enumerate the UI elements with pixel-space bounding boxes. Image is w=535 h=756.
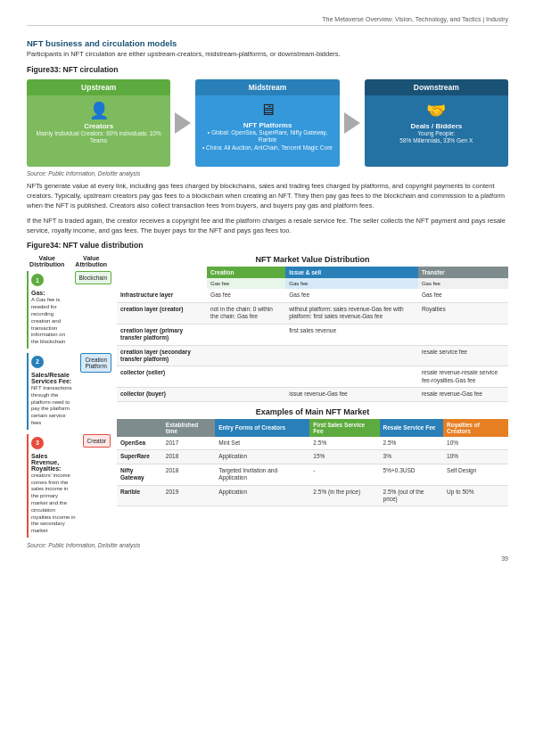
midstream-box: Midstream 🖥 NFT Platforms • Global: Open… bbox=[195, 79, 339, 167]
list-item: SuperRare 2018 Application 15% 3% 10% bbox=[117, 450, 508, 464]
subheader-issue-gas: Gas fee bbox=[285, 278, 418, 289]
row-buyer-transfer: resale revenue-Gas fee bbox=[418, 388, 508, 401]
ex-royalties-opensea: 10% bbox=[443, 437, 508, 450]
downstream-body: 🤝 Deals / Bidders Young People:58% Mille… bbox=[365, 95, 508, 167]
ex-col-first-sales: First Sales Service Fee bbox=[309, 419, 379, 437]
subheader-empty bbox=[117, 278, 207, 289]
ex-first-nifty: - bbox=[309, 464, 379, 485]
table-row: Infrastructure layer Gas fee Gas fee Gas… bbox=[117, 289, 508, 302]
page-header-text: The Metaverse Overview: Vision, Technolo… bbox=[322, 16, 508, 22]
row-infra-issue: Gas fee bbox=[285, 289, 418, 302]
subheader-transfer-gas: Gas fee bbox=[418, 278, 508, 289]
row-primary-issue: first sales revenue bbox=[285, 324, 418, 345]
va-item-1: Blockchain bbox=[75, 271, 111, 284]
body-text-1: NFTs generate value at every link, inclu… bbox=[27, 182, 508, 211]
ex-royalties-superrare: 10% bbox=[443, 450, 508, 464]
midstream-header: Midstream bbox=[195, 79, 339, 95]
nft-market-table: Creation Issue & sell Transfer Gas fee G… bbox=[117, 267, 508, 401]
list-item: OpenSea 2017 Mint Set 2.5% 2.5% 10% bbox=[117, 437, 508, 450]
ex-established-nifty: 2018 bbox=[162, 464, 215, 485]
col-header-empty bbox=[117, 267, 207, 278]
midstream-desc: • Global: OpenSea, SuperRare, Nifty Gate… bbox=[199, 129, 335, 152]
list-item: Rarible 2019 Application 2.5% (in the pr… bbox=[117, 485, 508, 506]
figure34-source: Source: Public Information, Deloitte ana… bbox=[27, 542, 508, 548]
ex-royalties-nifty: Self Design bbox=[443, 464, 508, 485]
vd-num-2: 2 bbox=[31, 356, 44, 368]
va-item-2: Creation Platform bbox=[80, 353, 111, 373]
ex-entry-superrare: Application bbox=[215, 450, 309, 464]
figure33-label: Figure33: NFT circulation bbox=[27, 65, 508, 74]
page-header: The Metaverse Overview: Vision, Technolo… bbox=[27, 16, 508, 26]
row-creator-creation: not in the chain: 0 within the chain: Ga… bbox=[207, 302, 285, 324]
row-infra-creation: Gas fee bbox=[207, 289, 285, 302]
vd-body-1: A Gas fee is needed for recording creati… bbox=[31, 297, 69, 346]
row-primary-creation bbox=[207, 324, 285, 345]
vd-num-3: 3 bbox=[31, 437, 44, 449]
row-label-creator: creation layer (creator) bbox=[117, 302, 207, 324]
vd-body-2: NFT transactions through the platform ne… bbox=[31, 385, 74, 427]
ex-resale-rarible: 2.5% (out of the price) bbox=[380, 485, 444, 506]
downstream-icon: 🤝 bbox=[426, 101, 446, 120]
examples-market-table: Established time Entry Forms of Creators… bbox=[117, 419, 508, 507]
ex-col-established: Established time bbox=[162, 419, 215, 437]
table-subheader-row: Gas fee Gas fee Gas fee bbox=[117, 278, 508, 289]
ex-platform-opensea: OpenSea bbox=[117, 437, 162, 450]
ex-platform-superrare: SuperRare bbox=[117, 450, 162, 464]
upstream-name: Creators bbox=[84, 122, 113, 130]
upstream-header: Upstream bbox=[27, 79, 170, 95]
col-header-issue: Issue & sell bbox=[285, 267, 418, 278]
examples-header-row: Established time Entry Forms of Creators… bbox=[117, 419, 508, 437]
row-creator-issue: without platform: sales revenue-Gas fee … bbox=[285, 302, 418, 324]
downstream-box: Downstream 🤝 Deals / Bidders Young Peopl… bbox=[365, 79, 508, 167]
circulation-diagram: Upstream 👤 Creators Mainly Individual Cr… bbox=[27, 79, 508, 167]
page-number: 39 bbox=[27, 555, 508, 562]
row-secondary-transfer: resale service fee bbox=[418, 345, 508, 366]
ex-resale-superrare: 3% bbox=[380, 450, 444, 464]
midstream-body: 🖥 NFT Platforms • Global: OpenSea, Super… bbox=[195, 95, 339, 167]
upstream-body: 👤 Creators Mainly Individual Creators: 9… bbox=[27, 95, 170, 167]
ex-royalties-rarible: Up to 50% bbox=[443, 485, 508, 506]
left-column: ValueDistribution ValueAttribution 1 Gas… bbox=[27, 255, 111, 542]
vd-title-2: Sales/Resale Services Fee: bbox=[31, 372, 74, 384]
row-secondary-issue bbox=[285, 345, 418, 366]
table-row: collector (seller) resale revenue-resale… bbox=[117, 366, 508, 388]
ex-col-entry: Entry Forms of Creators bbox=[215, 419, 309, 437]
section-subtitle: Participants in NFT circulation are eith… bbox=[27, 50, 508, 58]
table-row: creation layer (creator) not in the chai… bbox=[117, 302, 508, 324]
arrow2 bbox=[340, 112, 365, 134]
examples-table-title: Examples of Main NFT Market bbox=[117, 407, 508, 416]
midstream-name: NFT Platforms bbox=[243, 121, 292, 129]
row-seller-creation bbox=[207, 366, 285, 388]
midstream-icon: 🖥 bbox=[259, 101, 276, 119]
arrow1 bbox=[170, 112, 195, 134]
downstream-header: Downstream bbox=[365, 79, 508, 95]
market-table-title: NFT Market Value Distribution bbox=[117, 255, 508, 264]
vd-item-1: 1 Gas: A Gas fee is needed for recording… bbox=[27, 271, 71, 349]
subheader-creation-gas: Gas fee bbox=[207, 278, 285, 289]
table-row: creation layer (secondary transfer platf… bbox=[117, 345, 508, 366]
ex-resale-opensea: 2.5% bbox=[380, 437, 444, 450]
row-creator-transfer: Royalties bbox=[418, 302, 508, 324]
ex-resale-nifty: 5%+0.3USD bbox=[380, 464, 444, 485]
ex-first-superrare: 15% bbox=[309, 450, 379, 464]
vd-item-2: 2 Sales/Resale Services Fee: NFT transac… bbox=[27, 353, 77, 430]
ex-established-rarible: 2019 bbox=[162, 485, 215, 506]
row-label-seller: collector (seller) bbox=[117, 366, 207, 388]
vd-num-1: 1 bbox=[31, 274, 44, 286]
row-label-infra: Infrastructure layer bbox=[117, 289, 207, 302]
ex-entry-nifty: Targeted Invitation and Application bbox=[215, 464, 309, 485]
upstream-box: Upstream 👤 Creators Mainly Individual Cr… bbox=[27, 79, 170, 167]
ex-platform-nifty: Nifty Gateway bbox=[117, 464, 162, 485]
vd-col-label2: ValueAttribution bbox=[71, 255, 112, 267]
vd-body-3: creators' income comes from the sales in… bbox=[31, 472, 76, 535]
figure33-source: Source: Public Information, Deloitte ana… bbox=[27, 170, 508, 177]
vd-title-1: Gas: bbox=[31, 290, 69, 296]
ex-col-resale: Resale Service Fee bbox=[380, 419, 444, 437]
row-buyer-creation bbox=[207, 388, 285, 401]
vd-title-3: Sales Revenue, Royalties: bbox=[31, 453, 76, 472]
row-seller-transfer: resale revenue-resale service fee-royalt… bbox=[418, 366, 508, 388]
ex-first-rarible: 2.5% (in the price) bbox=[309, 485, 379, 506]
row-label-buyer: collector (buyer) bbox=[117, 388, 207, 401]
upstream-desc: Mainly Individual Creators: 90% individu… bbox=[30, 130, 167, 145]
row-secondary-creation bbox=[207, 345, 285, 366]
